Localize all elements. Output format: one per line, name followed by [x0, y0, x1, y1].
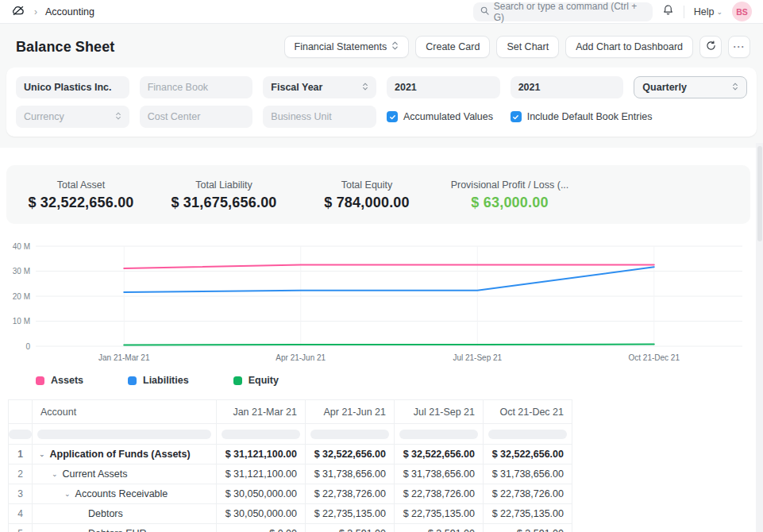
cost-center-filter[interactable]: Cost Center — [140, 106, 253, 128]
amount-cell[interactable]: $ 22,735,135.00 — [306, 504, 395, 524]
filter-based-on-select[interactable]: Fiscal Year — [263, 76, 376, 98]
account-cell[interactable]: ⌄Current Assets — [33, 465, 217, 484]
more-menu-button[interactable]: ··· — [728, 36, 750, 58]
stat-value: $ 63,000.00 — [438, 195, 581, 211]
account-cell[interactable]: ⌄Accounts Receivable — [33, 484, 217, 504]
table-row[interactable]: 4Debtors$ 30,050,000.00$ 22,735,135.00$ … — [9, 504, 572, 524]
account-cell[interactable]: Debtors — [33, 504, 217, 524]
filter-input-bar — [9, 430, 32, 439]
svg-text:Oct 21-Dec 21: Oct 21-Dec 21 — [629, 353, 680, 362]
amount-cell[interactable]: $ 22,735,135.00 — [484, 504, 572, 524]
ellipsis-icon: ··· — [734, 41, 746, 52]
amount-cell[interactable]: $ 0.00 — [217, 524, 306, 532]
table-row[interactable]: 1⌄Application of Funds (Assets)$ 31,121,… — [9, 445, 572, 465]
tree-collapse-icon[interactable]: ⌄ — [52, 470, 58, 478]
currency-select[interactable]: Currency — [16, 106, 129, 128]
column-header[interactable]: Jan 21-Mar 21 — [217, 400, 306, 424]
checkbox-checked-icon — [511, 111, 522, 122]
vertical-scrollbar[interactable] — [756, 143, 763, 532]
amount-cell[interactable]: $ 32,522,656.00 — [395, 445, 484, 465]
tree-collapse-icon[interactable]: ⌄ — [64, 490, 71, 498]
stat-label: Total Equity — [295, 179, 438, 191]
row-number-header[interactable] — [9, 400, 33, 424]
table-row[interactable]: 2⌄Current Assets$ 31,121,100.00$ 31,738,… — [9, 465, 572, 484]
row-number: 4 — [9, 504, 33, 524]
stat-label: Provisional Profit / Loss (... — [438, 179, 581, 191]
column-filter-input[interactable] — [33, 424, 217, 445]
app-logo[interactable] — [11, 4, 26, 20]
row-number: 5 — [9, 524, 33, 532]
account-cell[interactable]: ⌄Application of Funds (Assets) — [33, 445, 217, 465]
notifications-bell-icon[interactable] — [662, 4, 674, 19]
navbar: › Accounting Search or type a command (C… — [0, 0, 763, 24]
end-year-value: 2021 — [518, 82, 541, 93]
amount-cell[interactable]: $ 22,738,726.00 — [484, 484, 572, 504]
column-filter-input[interactable] — [395, 424, 484, 445]
scrollbar-thumb[interactable] — [757, 146, 762, 241]
amount-cell[interactable]: $ 31,738,656.00 — [306, 465, 395, 484]
refresh-button[interactable] — [699, 36, 722, 58]
account-cell[interactable]: Debtors EUR — [33, 524, 217, 532]
periodicity-select[interactable]: Quarterly — [634, 76, 747, 98]
finance-book-filter[interactable]: Finance Book — [140, 76, 253, 98]
start-year-filter[interactable]: 2021 — [387, 76, 500, 98]
business-unit-filter[interactable]: Business Unit — [263, 106, 376, 128]
search-input[interactable]: Search or type a command (Ctrl + G) — [473, 2, 653, 21]
breadcrumb[interactable]: Accounting — [45, 6, 94, 17]
page-head: Balance Sheet Financial Statements Creat… — [0, 24, 763, 148]
amount-cell[interactable]: $ 3,591.00 — [484, 524, 572, 532]
column-filter-input[interactable] — [306, 424, 395, 445]
amount-cell[interactable]: $ 3,591.00 — [306, 524, 395, 532]
amount-cell[interactable]: $ 31,121,100.00 — [217, 465, 306, 484]
amount-cell[interactable]: $ 32,522,656.00 — [484, 445, 572, 465]
svg-text:30 M: 30 M — [13, 267, 30, 276]
accumulated-values-checkbox[interactable]: Accumulated Values — [387, 106, 500, 128]
amount-cell[interactable]: $ 3,591.00 — [395, 524, 484, 532]
add-chart-to-dashboard-button[interactable]: Add Chart to Dashboard — [565, 36, 693, 58]
account-name: Current Assets — [63, 468, 128, 480]
column-header[interactable]: Apr 21-Jun 21 — [306, 400, 395, 424]
row-number: 2 — [9, 465, 33, 484]
filter-input-bar — [310, 430, 389, 439]
include-default-book-entries-checkbox[interactable]: Include Default Book Entries — [511, 106, 747, 128]
table-row[interactable]: 3⌄Accounts Receivable$ 30,050,000.00$ 22… — [9, 484, 572, 504]
column-filter-input[interactable] — [217, 424, 306, 445]
chevron-down-icon: ⌄ — [716, 8, 723, 16]
stat-value: $ 32,522,656.00 — [10, 195, 152, 211]
create-card-button[interactable]: Create Card — [415, 36, 490, 58]
amount-cell[interactable]: $ 30,050,000.00 — [217, 484, 306, 504]
set-chart-button[interactable]: Set Chart — [496, 36, 559, 58]
amount-cell[interactable]: $ 30,050,000.00 — [217, 504, 306, 524]
company-filter[interactable]: Unico Plastics Inc. — [16, 76, 129, 98]
avatar[interactable]: BS — [732, 2, 752, 21]
search-icon — [480, 6, 489, 17]
amount-cell[interactable]: $ 31,738,656.00 — [395, 465, 484, 484]
financial-statements-label: Financial Statements — [295, 41, 387, 52]
legend-swatch-icon — [128, 376, 137, 385]
amount-cell[interactable]: $ 22,738,726.00 — [395, 484, 484, 504]
finance-book-placeholder: Finance Book — [148, 82, 208, 93]
amount-cell[interactable]: $ 31,121,100.00 — [217, 445, 306, 465]
column-filter-input[interactable] — [9, 424, 33, 445]
amount-cell[interactable]: $ 22,738,726.00 — [306, 484, 395, 504]
amount-cell[interactable]: $ 22,735,135.00 — [395, 504, 484, 524]
table-row[interactable]: 5Debtors EUR$ 0.00$ 3,591.00$ 3,591.00$ … — [9, 524, 572, 532]
column-header[interactable]: Jul 21-Sep 21 — [395, 400, 484, 424]
column-header[interactable]: Oct 21-Dec 21 — [484, 400, 572, 424]
legend-item: Equity — [233, 375, 279, 386]
help-menu[interactable]: Help ⌄ — [694, 6, 723, 17]
end-year-filter[interactable]: 2021 — [511, 76, 624, 98]
row-number: 3 — [9, 484, 33, 504]
amount-cell[interactable]: $ 32,522,656.00 — [306, 445, 395, 465]
report-table: AccountJan 21-Mar 21Apr 21-Jun 21Jul 21-… — [8, 399, 572, 532]
financial-statements-select[interactable]: Financial Statements — [284, 36, 410, 58]
amount-cell[interactable]: $ 31,738,656.00 — [484, 465, 572, 484]
tree-collapse-icon[interactable]: ⌄ — [39, 450, 45, 458]
checkbox-checked-icon — [387, 111, 398, 122]
column-header[interactable]: Account — [33, 400, 217, 424]
cloud-logo-icon — [11, 4, 26, 20]
page-title: Balance Sheet — [16, 39, 114, 56]
column-filter-input[interactable] — [484, 424, 572, 445]
breadcrumb-chevron-icon: › — [34, 6, 37, 17]
accumulated-values-label: Accumulated Values — [403, 111, 493, 122]
